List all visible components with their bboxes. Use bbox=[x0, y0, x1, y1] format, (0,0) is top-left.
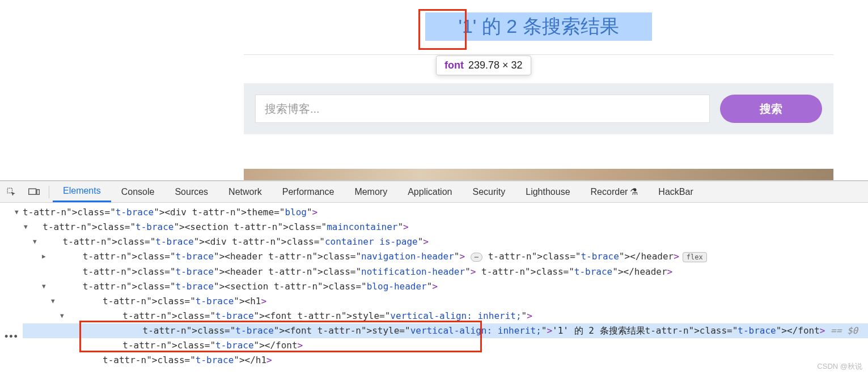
tab-performance[interactable]: Performance bbox=[272, 181, 345, 202]
tooltip-dimensions: 239.78 × 32 bbox=[468, 59, 523, 71]
watermark: CSDN @秋说 bbox=[817, 361, 862, 372]
dom-line[interactable]: ▶ t-attr-n">class="t-brace"><header t-at… bbox=[23, 249, 868, 265]
dom-line[interactable]: ▼ t-attr-n">class="t-brace"><section t-a… bbox=[23, 220, 868, 235]
dom-line[interactable]: ▼ t-attr-n">class="t-brace"><h1> bbox=[23, 294, 868, 309]
dom-line[interactable]: t-attr-n">class="t-brace"><header t-attr… bbox=[23, 265, 868, 279]
devtools-toolbar: ElementsConsoleSourcesNetworkPerformance… bbox=[0, 181, 868, 203]
svg-rect-1 bbox=[29, 189, 36, 194]
inspect-tooltip: font239.78 × 32 bbox=[436, 56, 531, 75]
svg-rect-2 bbox=[37, 189, 39, 194]
tab-hackbar[interactable]: HackBar bbox=[648, 181, 703, 202]
divider bbox=[244, 54, 833, 55]
tab-network[interactable]: Network bbox=[218, 181, 272, 202]
search-button[interactable]: 搜索 bbox=[720, 95, 822, 123]
device-toggle-icon[interactable] bbox=[23, 188, 45, 196]
toolbar-divider bbox=[49, 186, 49, 198]
banner-image bbox=[244, 169, 833, 180]
tab-security[interactable]: Security bbox=[462, 181, 515, 202]
more-dots-icon[interactable]: ••• bbox=[5, 331, 19, 343]
tab-elements[interactable]: Elements bbox=[53, 181, 111, 202]
page-area: '1' 的 2 条搜索结果 font239.78 × 32 搜索 bbox=[0, 0, 868, 180]
tab-lighthouse[interactable]: Lighthouse bbox=[515, 181, 580, 202]
tab-recorder[interactable]: Recorder⚗ bbox=[581, 181, 649, 202]
annotation-box-heading bbox=[418, 9, 467, 50]
dom-line[interactable]: ▼t-attr-n">class="t-brace"><div t-attr-n… bbox=[23, 205, 868, 220]
tab-application[interactable]: Application bbox=[397, 181, 462, 202]
tab-memory[interactable]: Memory bbox=[344, 181, 397, 202]
annotation-box-dom bbox=[79, 321, 482, 352]
dom-line[interactable]: t-attr-n">class="t-brace"></h1> bbox=[23, 353, 868, 368]
dom-line[interactable]: ▼ t-attr-n">class="t-brace"><div t-attr-… bbox=[23, 235, 868, 249]
devtools-tabs: ElementsConsoleSourcesNetworkPerformance… bbox=[53, 181, 704, 202]
flask-icon: ⚗ bbox=[630, 186, 638, 197]
search-input[interactable] bbox=[255, 95, 710, 123]
tab-sources[interactable]: Sources bbox=[164, 181, 218, 202]
flex-badge[interactable]: flex bbox=[683, 252, 707, 262]
tab-console[interactable]: Console bbox=[111, 181, 165, 202]
search-panel: 搜索 bbox=[244, 83, 833, 134]
ellipsis-icon[interactable]: ⋯ bbox=[471, 253, 482, 262]
tooltip-tag: font bbox=[444, 59, 464, 71]
dom-line[interactable]: ▼ t-attr-n">class="t-brace"><section t-a… bbox=[23, 279, 868, 294]
inspect-icon[interactable] bbox=[0, 187, 23, 197]
devtools-panel: ElementsConsoleSourcesNetworkPerformance… bbox=[0, 180, 868, 375]
